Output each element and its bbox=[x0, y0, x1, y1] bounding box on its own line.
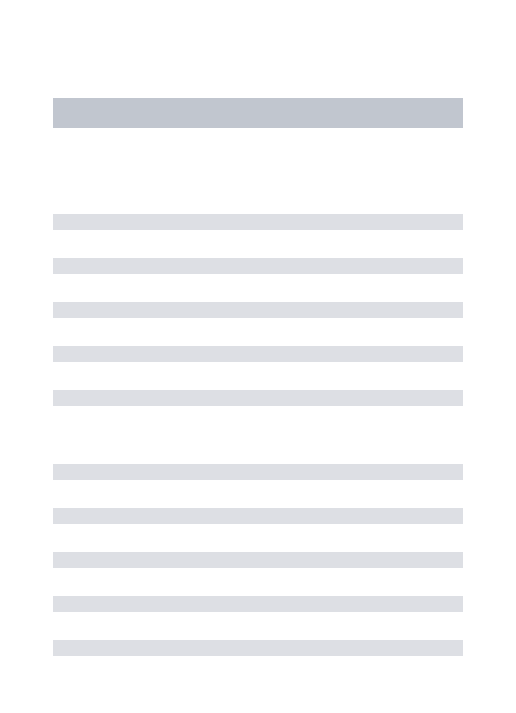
skeleton-line bbox=[53, 258, 463, 274]
skeleton-line bbox=[53, 640, 463, 656]
skeleton-line bbox=[53, 552, 463, 568]
skeleton-header bbox=[53, 98, 463, 128]
skeleton-gap bbox=[53, 434, 463, 464]
skeleton-line bbox=[53, 302, 463, 318]
skeleton-line bbox=[53, 464, 463, 480]
skeleton-line bbox=[53, 390, 463, 406]
skeleton-line bbox=[53, 596, 463, 612]
skeleton-line bbox=[53, 214, 463, 230]
skeleton-container bbox=[0, 0, 516, 656]
skeleton-line bbox=[53, 508, 463, 524]
skeleton-line bbox=[53, 346, 463, 362]
